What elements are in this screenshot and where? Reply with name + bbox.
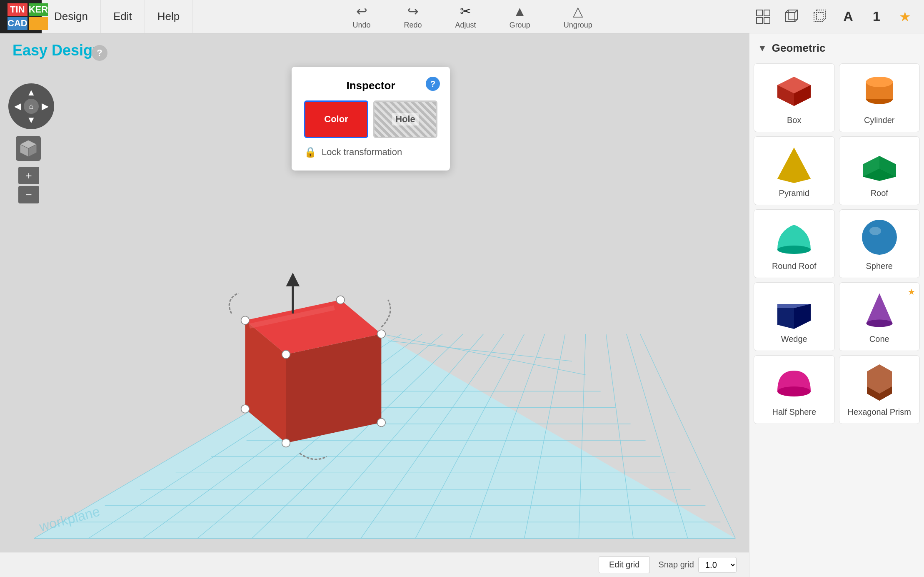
panel-header: ▼ Geometric — [749, 33, 924, 59]
shape-icon-sphere — [854, 216, 904, 258]
shape-item-wedge[interactable]: Wedge — [754, 282, 835, 351]
shape-item-hex-prism[interactable]: Hexagonal Prism — [839, 355, 920, 424]
redo-icon: ↪ — [407, 3, 419, 19]
shape-label-pyramid: Pyramid — [779, 188, 809, 198]
svg-point-47 — [336, 296, 345, 304]
number-button[interactable]: 1 — [866, 6, 887, 28]
undo-icon: ↩ — [356, 3, 367, 19]
shape-item-cylinder[interactable]: Cylinder — [839, 63, 920, 132]
shape-label-cylinder: Cylinder — [864, 115, 894, 125]
right-panel: ❯ ▼ Geometric Box Cylinder Pyramid — [749, 33, 924, 577]
project-title: Easy Design — [12, 42, 102, 59]
edit-grid-button[interactable]: Edit grid — [599, 556, 650, 573]
shape-icon-roof — [854, 143, 904, 185]
wireframe-button[interactable] — [809, 6, 831, 28]
color-option-button[interactable]: Color — [304, 100, 368, 138]
shape-item-pyramid[interactable]: Pyramid — [754, 136, 835, 205]
shape-item-box[interactable]: Box — [754, 63, 835, 132]
hole-option-button[interactable]: Hole — [373, 100, 437, 138]
lock-icon: 🔒 — [304, 146, 317, 158]
shape-item-sphere[interactable]: Sphere — [839, 209, 920, 278]
color-option-label: Color — [324, 114, 348, 125]
shape-label-cone: Cone — [869, 334, 889, 344]
svg-point-49 — [282, 350, 290, 359]
svg-rect-4 — [786, 13, 795, 22]
hole-option-label: Hole — [392, 113, 419, 125]
adjust-label: Adjust — [455, 21, 476, 30]
nav-edit[interactable]: Edit — [101, 0, 145, 33]
ungroup-button[interactable]: △ Ungroup — [555, 1, 601, 32]
topbar: TIN KER CAD Design Edit Help ↩ Undo ↪ Re… — [0, 0, 924, 33]
snap-grid-select[interactable]: 0.5 1.0 2.0 5.0 — [698, 557, 737, 573]
shape-label-half-sphere: Half Sphere — [772, 407, 816, 417]
shape-label-box: Box — [787, 115, 801, 125]
adjust-button[interactable]: ✂ Adjust — [447, 1, 484, 32]
nav-help[interactable]: Help — [145, 0, 192, 33]
shape-icon-hex-prism — [854, 362, 904, 404]
svg-marker-64 — [777, 148, 811, 183]
shape-item-round-roof[interactable]: Round Roof — [754, 209, 835, 278]
svg-point-78 — [777, 386, 811, 396]
snap-grid-label: Snap grid — [658, 560, 694, 569]
snap-grid-row: Snap grid 0.5 1.0 2.0 5.0 — [658, 557, 737, 573]
redo-label: Redo — [404, 21, 422, 30]
group-button[interactable]: ▲ Group — [501, 1, 539, 32]
svg-point-52 — [377, 419, 386, 427]
svg-rect-9 — [814, 13, 823, 22]
svg-rect-10 — [817, 10, 826, 19]
toolbar-center: ↩ Undo ↪ Redo ✂ Adjust ▲ Group △ Ungroup — [192, 1, 752, 32]
shape-label-sphere: Sphere — [866, 261, 893, 271]
svg-rect-3 — [764, 18, 770, 23]
shape-grid: Box Cylinder Pyramid Roof Round Roof Sph… — [749, 59, 924, 428]
svg-point-46 — [241, 316, 250, 325]
svg-point-69 — [777, 246, 811, 254]
svg-marker-74 — [794, 304, 811, 329]
canvas-area[interactable]: Easy Design ? ▲ ▼ ◀ ▶ ⌂ + − — [0, 33, 749, 577]
shape-label-round-roof: Round Roof — [772, 261, 817, 271]
svg-rect-0 — [757, 10, 762, 16]
lock-transformation-row: 🔒 Lock transformation — [304, 146, 437, 158]
undo-button[interactable]: ↩ Undo — [345, 1, 379, 32]
shape-icon-half-sphere — [769, 362, 819, 404]
inspector-options: Color Hole — [304, 100, 437, 138]
shape-item-cone[interactable]: ★ Cone — [839, 282, 920, 351]
group-label: Group — [509, 21, 530, 30]
svg-point-48 — [377, 330, 386, 338]
undo-label: Undo — [353, 21, 371, 30]
inspector-help-button[interactable]: ? — [426, 77, 440, 91]
bottom-bar: Edit grid Snap grid 0.5 1.0 2.0 5.0 — [0, 552, 749, 577]
svg-point-77 — [866, 320, 892, 327]
shape-label-wedge: Wedge — [781, 334, 807, 344]
shape-icon-cylinder — [854, 70, 904, 112]
redo-button[interactable]: ↪ Redo — [396, 1, 430, 32]
panel-collapse-button[interactable]: ❯ — [749, 293, 749, 318]
nav-menu: Design Edit Help — [42, 0, 192, 33]
panel-title: Geometric — [772, 42, 826, 55]
shape-label-hex-prism: Hexagonal Prism — [848, 407, 911, 417]
svg-marker-15 — [34, 334, 736, 538]
text-button[interactable]: A — [837, 6, 859, 28]
toolbar-right: A 1 ★ — [752, 6, 924, 28]
shape-icon-pyramid — [769, 143, 819, 185]
grid-view-button[interactable] — [752, 6, 774, 28]
panel-toggle-button[interactable]: ▼ — [758, 43, 767, 54]
shape-star-cone[interactable]: ★ — [908, 287, 915, 297]
lock-transformation-label: Lock transformation — [322, 147, 402, 158]
logo-cell-tin: TIN — [7, 3, 27, 16]
shape-item-roof[interactable]: Roof — [839, 136, 920, 205]
svg-point-71 — [869, 227, 881, 235]
3d-view-button[interactable] — [781, 6, 802, 28]
help-button[interactable]: ? — [92, 45, 107, 61]
svg-rect-1 — [764, 10, 770, 16]
shape-label-roof: Roof — [871, 188, 888, 198]
svg-point-70 — [862, 220, 897, 255]
svg-marker-76 — [866, 294, 892, 324]
tinkercad-logo[interactable]: TIN KER CAD — [0, 0, 42, 33]
shape-icon-cone — [854, 289, 904, 331]
main-area: Easy Design ? ▲ ▼ ◀ ▶ ⌂ + − — [0, 33, 924, 577]
shape-item-half-sphere[interactable]: Half Sphere — [754, 355, 835, 424]
favorites-button[interactable]: ★ — [894, 6, 916, 28]
nav-design[interactable]: Design — [42, 0, 101, 33]
svg-rect-2 — [757, 18, 762, 23]
ungroup-icon: △ — [573, 3, 583, 19]
